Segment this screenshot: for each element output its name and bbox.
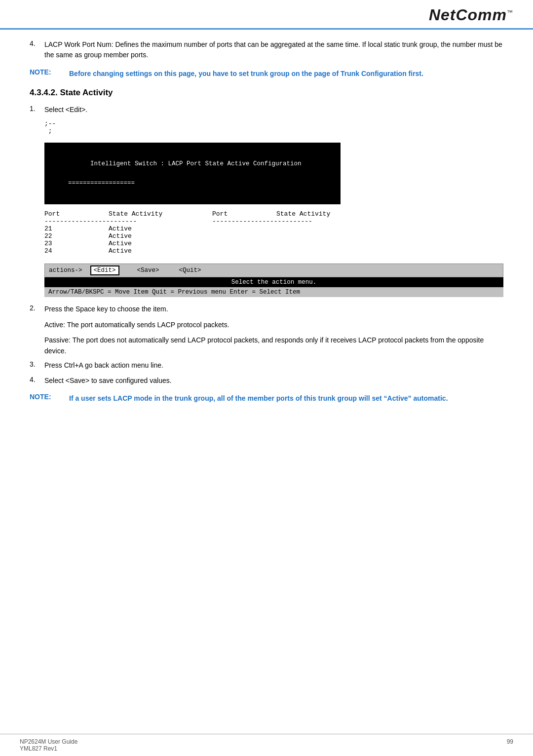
step4-text: Select <Save> to save configured values. (44, 376, 503, 386)
item4-number: 4. (30, 39, 44, 60)
step3-text: Press Ctrl+A go back action menu line. (44, 360, 503, 371)
list-item-4: 4. LACP Work Port Num: Defines the maxim… (30, 39, 503, 60)
page-footer: NP2624M User Guide YML827 Rev1 99 (0, 734, 533, 756)
state-activity: Active (109, 232, 132, 240)
action-nav-text: Arrow/TAB/BKSPC = Move Item Quit = Previ… (48, 289, 300, 296)
action-save-label: <Save> (137, 267, 159, 274)
step1-text: Select <Edit>. (44, 105, 503, 115)
section-heading-text: 4.3.4.2. State Activity (30, 88, 113, 97)
action-highlight-text: Select the action menu. (231, 279, 317, 286)
table-row: 23Active (44, 240, 503, 247)
footer-left: NP2624M User Guide YML827 Rev1 (20, 738, 77, 752)
left-divider-text: ------------------------ (44, 218, 137, 225)
col2-header: State Activity (109, 210, 162, 218)
step3-number: 3. (30, 360, 44, 371)
col1-header: Port (44, 210, 109, 218)
cursor-chars: ;-- ; (44, 120, 56, 135)
right-divider: -------------------------- (212, 218, 380, 225)
note-block-1: NOTE: Before changing settings on this p… (30, 68, 503, 79)
step4: 4. Select <Save> to save configured valu… (30, 376, 503, 386)
state-activity: Active (109, 240, 132, 247)
col4-header: State Activity (276, 210, 330, 218)
port-num: 22 (44, 232, 109, 240)
table-divider-row: ------------------------ ---------------… (44, 218, 503, 225)
terminal-title-text: Intelligent Switch : LACP Port State Act… (90, 160, 302, 167)
passive-note-text: Passive: The port does not automatically… (44, 335, 503, 357)
action-label: actions-> (49, 267, 82, 274)
page-header: NetComm™ (0, 0, 533, 30)
footer-rev: YML827 Rev1 (20, 745, 77, 752)
main-content: 4. LACP Work Port Num: Defines the maxim… (0, 30, 533, 442)
page-container: NetComm™ 4. LACP Work Port Num: Defines … (0, 0, 533, 756)
port-table-area: PortState Activity PortState Activity --… (44, 210, 503, 255)
action-quit-label: <Quit> (179, 267, 201, 274)
step1: 1. Select <Edit>. (30, 105, 503, 115)
action-edit-btn[interactable]: <Edit> (90, 265, 119, 275)
note-block-2: NOTE: If a user sets LACP mode in the tr… (30, 393, 503, 404)
terminal-divider (53, 180, 68, 187)
state-activity: Active (109, 225, 132, 232)
right-table-header: PortState Activity (212, 210, 380, 218)
passive-note: Passive: The port does not automatically… (44, 335, 503, 357)
step2: 2. Press the Space key to choose the ite… (30, 304, 503, 314)
logo-tm: ™ (507, 9, 513, 16)
step2-text: Press the Space key to choose the item. (44, 304, 503, 314)
action-bar-nav: Arrow/TAB/BKSPC = Move Item Quit = Previ… (44, 287, 503, 297)
item4-text: LACP Work Port Num: Defines the maximum … (44, 39, 503, 60)
logo: NetComm™ (429, 6, 513, 24)
table-header-row: PortState Activity PortState Activity (44, 210, 503, 218)
cursor-indicator: ;-- ; (44, 120, 503, 135)
terminal-divider-text: ================== (68, 180, 135, 187)
step1-number: 1. (30, 105, 44, 115)
port-num: 24 (44, 247, 109, 255)
action-bar-highlight: Select the action menu. (44, 277, 503, 287)
step2-number: 2. (30, 304, 44, 314)
active-note-text: Active: The port automatically sends LAC… (44, 319, 503, 330)
port-num: 23 (44, 240, 109, 247)
footer-guide: NP2624M User Guide (20, 738, 77, 745)
port-rows: 21Active22Active23Active24Active (44, 225, 503, 255)
table-row: 22Active (44, 232, 503, 240)
active-note: Active: The port automatically sends LAC… (44, 319, 503, 330)
step3: 3. Press Ctrl+A go back action menu line… (30, 360, 503, 371)
col3-header: Port (212, 210, 276, 218)
note1-label: NOTE: (30, 68, 69, 79)
action-bar-top: actions-> <Edit> <Save> <Quit> (44, 264, 503, 277)
left-divider: ------------------------ (44, 218, 212, 225)
table-row: 21Active (44, 225, 503, 232)
state-activity: Active (109, 247, 132, 255)
terminal-box: Intelligent Switch : LACP Port State Act… (44, 143, 341, 204)
footer-page-number: 99 (507, 738, 513, 752)
action-bar-container: actions-> <Edit> <Save> <Quit> Select th… (44, 264, 503, 297)
section-heading: 4.3.4.2. State Activity (30, 88, 503, 98)
note2-label: NOTE: (30, 393, 69, 404)
step4-number: 4. (30, 376, 44, 386)
note2-text: If a user sets LACP mode in the trunk gr… (69, 393, 448, 404)
note1-text: Before changing settings on this page, y… (69, 68, 423, 79)
logo-text: NetComm (429, 6, 507, 24)
terminal-title (76, 160, 90, 167)
table-row: 24Active (44, 247, 503, 255)
right-divider-text: -------------------------- (212, 218, 312, 225)
left-table-header: PortState Activity (44, 210, 212, 218)
port-num: 21 (44, 225, 109, 232)
